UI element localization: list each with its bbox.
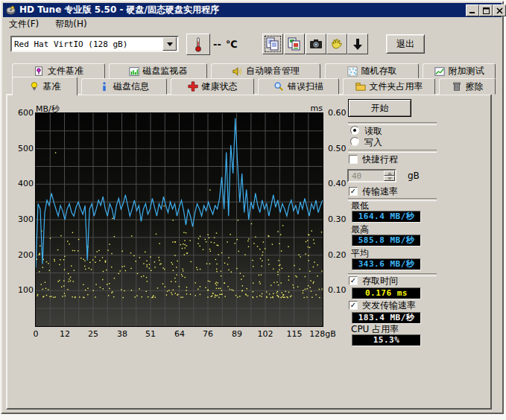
disk-monitor-icon xyxy=(129,66,139,77)
tab-label: 错误扫描 xyxy=(288,80,323,93)
tab-folder-usage[interactable]: 文件夹占用率 xyxy=(343,78,435,95)
drive-select-value: Red Hat VirtIO (128 gB) xyxy=(12,39,162,49)
access-time-value: 0.176 ms xyxy=(352,287,421,299)
thermometer-icon xyxy=(193,36,203,54)
max-value: 585.8 MB/秒 xyxy=(352,235,421,246)
donate-button[interactable] xyxy=(326,34,347,54)
write-radio[interactable] xyxy=(350,137,359,146)
tab-label: 磁盘信息 xyxy=(113,80,149,93)
copy-text-button[interactable] xyxy=(262,34,283,54)
short-stroke-label[interactable]: 快捷行程 xyxy=(362,153,398,166)
camera-icon xyxy=(309,36,323,51)
file-benchmark-icon xyxy=(34,66,44,77)
hand-icon xyxy=(329,36,344,51)
maximize-button[interactable] xyxy=(479,4,493,16)
magnifier-icon xyxy=(273,81,284,92)
tab-disk-monitor[interactable]: 磁盘监视器 xyxy=(109,63,207,79)
menu-help[interactable]: 帮助(H) xyxy=(54,17,88,31)
temperature-value: -- xyxy=(213,39,221,50)
chevron-down-icon xyxy=(167,42,173,46)
menu-file[interactable]: 文件(F) xyxy=(7,17,40,31)
radio-dot xyxy=(353,129,356,132)
benchmark-icon xyxy=(29,81,39,92)
read-radio[interactable] xyxy=(350,126,359,135)
tab-extra-tests[interactable]: 附加测试 xyxy=(423,63,496,79)
x-tick: 38 xyxy=(109,329,136,339)
divider xyxy=(348,122,437,125)
start-button[interactable]: 开始 xyxy=(348,99,411,117)
copy-image-button[interactable] xyxy=(284,34,305,54)
avg-value: 343.6 MB/秒 xyxy=(352,258,421,270)
tab-error-scan[interactable]: 错误扫描 xyxy=(258,78,339,95)
short-stroke-stepper[interactable]: 40 xyxy=(347,169,396,182)
short-stroke-unit: gB xyxy=(408,171,420,181)
access-time-checkbox[interactable] xyxy=(349,276,358,285)
short-stroke-checkbox[interactable] xyxy=(349,155,358,164)
x-tick: 89 xyxy=(224,329,250,339)
x-tick: 128gB xyxy=(306,329,339,339)
stepper-up-button[interactable] xyxy=(384,171,395,176)
burst-rate-checkbox[interactable] xyxy=(349,301,358,310)
maximize-icon xyxy=(483,7,490,14)
x-tick: 115 xyxy=(281,329,308,339)
tab-health[interactable]: 健康状态 xyxy=(171,78,254,95)
download-button[interactable] xyxy=(347,34,368,54)
drive-select[interactable]: Red Hat VirtIO (128 gB) xyxy=(10,36,179,52)
down-arrow-icon xyxy=(350,36,365,51)
x-tick: 51 xyxy=(137,329,164,339)
access-time-label[interactable]: 存取时间 xyxy=(362,275,398,287)
temperature-button[interactable] xyxy=(186,34,210,55)
tab-label: 基准 xyxy=(43,80,61,93)
min-value: 164.4 MB/秒 xyxy=(352,211,421,223)
temperature-unit: ℃ xyxy=(226,39,238,50)
tab-random-access[interactable]: 随机存取 xyxy=(325,63,419,79)
burst-rate-label[interactable]: 突发传输速率 xyxy=(362,299,416,312)
tab-disk-info[interactable]: 磁盘信息 xyxy=(81,78,167,95)
drive-select-dropdown-button[interactable] xyxy=(162,37,177,51)
copy-image-icon xyxy=(287,36,302,51)
close-icon xyxy=(496,7,503,14)
y-left-tick: 300 xyxy=(10,214,34,224)
tab-aam[interactable]: 自动噪音管理 xyxy=(211,63,320,79)
speaker-icon xyxy=(232,66,242,77)
title-bar: HD Tune 专业版 5.50 - 硬盘/固态硬盘实用程序 xyxy=(3,3,502,17)
screenshot-button[interactable] xyxy=(306,34,326,54)
folder-icon xyxy=(355,81,366,92)
info-icon xyxy=(99,81,110,92)
x-tick: 76 xyxy=(195,329,221,339)
menu-bar: 文件(F) 帮助(H) xyxy=(3,17,502,31)
exit-button-label: 退出 xyxy=(396,38,414,51)
random-access-icon xyxy=(347,66,358,77)
tab-label: 附加测试 xyxy=(449,65,484,77)
close-button[interactable] xyxy=(493,4,506,16)
write-radio-label[interactable]: 写入 xyxy=(364,136,382,149)
y-left-tick: 400 xyxy=(10,179,34,188)
trash-icon xyxy=(452,81,462,92)
y-left-tick: 500 xyxy=(10,144,34,153)
exit-button[interactable]: 退出 xyxy=(386,34,425,54)
window-title: HD Tune 专业版 5.50 - 硬盘/固态硬盘实用程序 xyxy=(19,4,219,16)
burst-rate-value: 183.4 MB/秒 xyxy=(352,312,421,324)
tab-label: 自动噪音管理 xyxy=(246,65,300,77)
x-tick: 64 xyxy=(166,329,193,339)
stepper-down-button[interactable] xyxy=(384,176,395,181)
minimize-icon xyxy=(469,7,476,14)
y-left-tick: 200 xyxy=(10,250,34,260)
divider xyxy=(348,150,437,153)
x-tick: 25 xyxy=(80,329,107,339)
transfer-rate-checkbox[interactable] xyxy=(349,187,358,196)
y-right-tick: 0.10 xyxy=(328,285,355,295)
short-stroke-value: 40 xyxy=(349,171,384,181)
tab-benchmark[interactable]: 基准 xyxy=(12,77,78,95)
x-tick: 12 xyxy=(51,329,78,339)
tab-label: 健康状态 xyxy=(202,80,238,93)
cpu-usage-value: 15.3% xyxy=(352,334,421,346)
y-left-tick: 100 xyxy=(10,285,34,295)
tab-erase[interactable]: 擦除 xyxy=(439,78,496,95)
app-icon xyxy=(5,4,16,16)
minimize-button[interactable] xyxy=(466,4,479,16)
transfer-rate-label[interactable]: 传输速率 xyxy=(362,185,398,198)
y-left-tick: 600 xyxy=(10,108,34,118)
tab-label: 擦除 xyxy=(466,80,484,93)
start-button-label: 开始 xyxy=(371,102,389,115)
